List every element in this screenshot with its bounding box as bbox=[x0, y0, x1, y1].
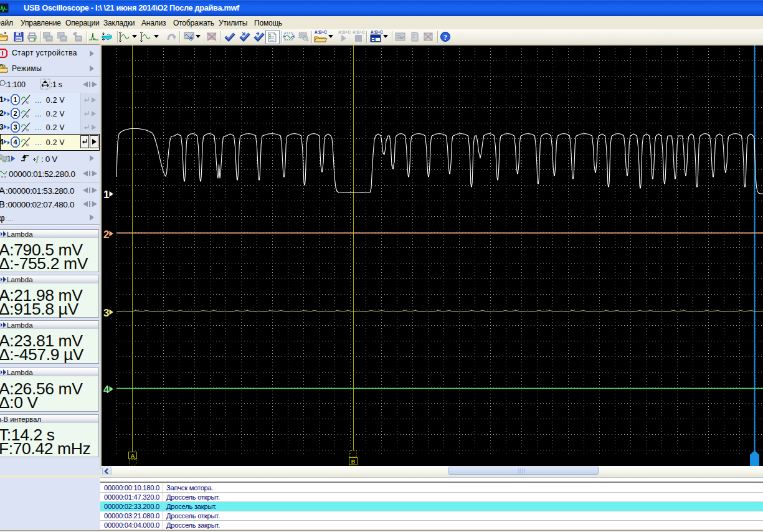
svg-text:f: f bbox=[36, 154, 40, 163]
svg-text:A:B+C: A:B+C bbox=[315, 30, 327, 34]
svg-text:A:B+C: A:B+C bbox=[353, 30, 365, 34]
svg-text:?: ? bbox=[443, 33, 447, 42]
svg-text:A:B+C: A:B+C bbox=[371, 30, 383, 34]
svg-text:2: 2 bbox=[103, 229, 109, 240]
svg-text:B: B bbox=[351, 458, 356, 465]
svg-text:4: 4 bbox=[13, 138, 17, 146]
svg-text:A: A bbox=[131, 453, 135, 459]
svg-text:2: 2 bbox=[13, 110, 17, 117]
svg-text:3: 3 bbox=[103, 307, 109, 319]
svg-text:1: 1 bbox=[103, 189, 109, 201]
svg-text:1: 1 bbox=[13, 96, 17, 103]
svg-text:3: 3 bbox=[13, 123, 17, 131]
svg-text:A:B+C: A:B+C bbox=[338, 30, 351, 34]
